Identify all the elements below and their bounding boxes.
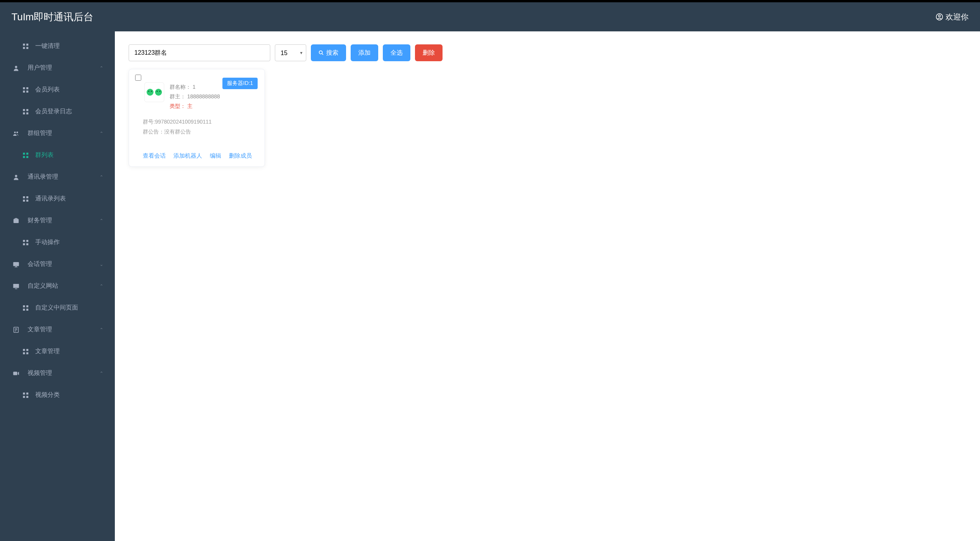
sidebar-item-label: 文章管理 <box>35 347 60 355</box>
delete-button-label: 删除 <box>423 49 435 57</box>
sidebar-subitem-article-mgmt-sub[interactable]: 文章管理 <box>0 341 115 362</box>
svg-rect-17 <box>23 153 25 155</box>
add-button[interactable]: 添加 <box>351 44 378 61</box>
sidebar-item-contacts-mgmt[interactable]: 通讯录管理⌃ <box>0 166 115 188</box>
remove-member-link[interactable]: 删除成员 <box>229 152 252 160</box>
toolbar: 15 ▾ 搜索 添加 全选 删除 <box>129 44 966 61</box>
page-size-select[interactable]: 15 <box>275 44 306 61</box>
menu-icon <box>11 283 21 290</box>
svg-rect-10 <box>26 90 28 92</box>
svg-rect-19 <box>23 156 25 158</box>
svg-rect-5 <box>26 47 28 49</box>
menu-icon <box>11 130 21 137</box>
sidebar-item-label: 通讯录管理 <box>28 173 58 181</box>
svg-rect-35 <box>26 305 28 307</box>
user-circle-icon <box>936 13 943 21</box>
delete-button[interactable]: 删除 <box>415 44 443 61</box>
search-button[interactable]: 搜索 <box>311 44 346 61</box>
search-icon <box>318 50 324 55</box>
svg-rect-20 <box>26 156 28 158</box>
svg-rect-7 <box>23 87 25 89</box>
sidebar-subitem-member-login-log[interactable]: 会员登录日志 <box>0 101 115 122</box>
chevron-icon: ⌃ <box>100 327 103 332</box>
svg-rect-49 <box>26 393 28 394</box>
welcome-text: 欢迎你 <box>946 12 969 22</box>
menu-icon <box>11 261 21 268</box>
chevron-icon: ⌃ <box>100 174 103 180</box>
svg-marker-47 <box>18 372 19 375</box>
announcement-label: 群公告： <box>143 129 164 135</box>
sidebar-item-label: 手动操作 <box>35 238 60 246</box>
sidebar-item-session-mgmt[interactable]: 会话管理⌄ <box>0 253 115 275</box>
search-input[interactable] <box>129 44 270 61</box>
sidebar-item-label: 用户管理 <box>28 64 52 72</box>
svg-rect-25 <box>26 199 28 201</box>
svg-rect-42 <box>23 349 25 351</box>
svg-rect-33 <box>15 288 17 289</box>
sidebar-item-label: 群列表 <box>35 151 54 159</box>
view-session-link[interactable]: 查看会话 <box>143 152 166 160</box>
sidebar-item-video-mgmt[interactable]: 视频管理⌃ <box>0 362 115 384</box>
edit-link[interactable]: 编辑 <box>210 152 221 160</box>
chevron-icon: ⌄ <box>100 262 103 267</box>
svg-point-15 <box>14 131 16 133</box>
svg-rect-48 <box>23 393 25 394</box>
chevron-icon: ⌃ <box>100 131 103 136</box>
sidebar-item-label: 通讯录列表 <box>35 195 66 203</box>
main-content: 15 ▾ 搜索 添加 全选 删除 服务器ID:1 <box>115 31 980 541</box>
group-avatar <box>144 82 164 102</box>
sidebar-subitem-video-category[interactable]: 视频分类 <box>0 384 115 406</box>
owner-value: 18888888888 <box>187 93 220 99</box>
group-id-label: 群号: <box>143 119 155 125</box>
group-id-value: 9978020241009190111 <box>155 119 212 125</box>
menu-icon <box>11 370 21 377</box>
svg-rect-45 <box>26 352 28 354</box>
sidebar-item-article-mgmt[interactable]: 文章管理⌃ <box>0 319 115 341</box>
sidebar-subitem-group-list[interactable]: 群列表 <box>0 144 115 166</box>
svg-point-16 <box>16 131 18 133</box>
select-all-button[interactable]: 全选 <box>383 44 410 61</box>
sidebar-item-group-mgmt[interactable]: 群组管理⌃ <box>0 122 115 144</box>
sidebar-subitem-cleanup[interactable]: 一键清理 <box>0 35 115 57</box>
chevron-icon: ⌃ <box>100 284 103 289</box>
svg-rect-44 <box>23 352 25 354</box>
svg-rect-46 <box>13 372 18 375</box>
sidebar-item-finance-mgmt[interactable]: 财务管理⌃ <box>0 210 115 231</box>
svg-rect-13 <box>23 112 25 114</box>
sidebar-subitem-manual-op[interactable]: 手动操作 <box>0 231 115 253</box>
svg-rect-29 <box>23 243 25 245</box>
svg-rect-9 <box>23 90 25 92</box>
sidebar-item-label: 文章管理 <box>28 326 52 334</box>
group-name-label: 群名称： <box>170 84 191 90</box>
avatar-dot-icon <box>147 89 154 96</box>
sidebar-item-label: 自定义中间页面 <box>35 304 78 312</box>
sidebar-item-custom-site[interactable]: 自定义网站⌃ <box>0 275 115 297</box>
grid-icon <box>23 109 31 114</box>
app-title: TuIm即时通讯后台 <box>11 10 93 24</box>
sidebar-item-label: 视频分类 <box>35 391 60 399</box>
menu-icon <box>11 65 21 72</box>
svg-point-21 <box>15 175 17 177</box>
svg-point-6 <box>15 66 17 68</box>
add-robot-link[interactable]: 添加机器人 <box>173 152 202 160</box>
card-checkbox[interactable] <box>135 75 141 81</box>
sidebar-item-label: 一键清理 <box>35 42 60 50</box>
sidebar-subitem-custom-middle-page[interactable]: 自定义中间页面 <box>0 297 115 319</box>
menu-icon <box>11 174 21 181</box>
svg-rect-43 <box>26 349 28 351</box>
menu-icon <box>11 217 21 224</box>
type-label: 类型： <box>170 103 186 109</box>
announcement-value: 没有群公告 <box>164 129 191 135</box>
select-all-button-label: 全选 <box>390 49 403 57</box>
owner-label: 群主： <box>170 93 186 99</box>
type-value: 主 <box>187 103 193 109</box>
sidebar-item-user-mgmt[interactable]: 用户管理⌃ <box>0 57 115 79</box>
svg-rect-11 <box>23 109 25 111</box>
svg-rect-36 <box>23 308 25 310</box>
sidebar-subitem-contacts-list[interactable]: 通讯录列表 <box>0 188 115 210</box>
group-name-value: 1 <box>193 84 196 90</box>
header-welcome[interactable]: 欢迎你 <box>936 12 969 22</box>
sidebar-subitem-member-list[interactable]: 会员列表 <box>0 79 115 101</box>
sidebar-item-label: 视频管理 <box>28 369 52 377</box>
svg-rect-4 <box>23 47 25 49</box>
